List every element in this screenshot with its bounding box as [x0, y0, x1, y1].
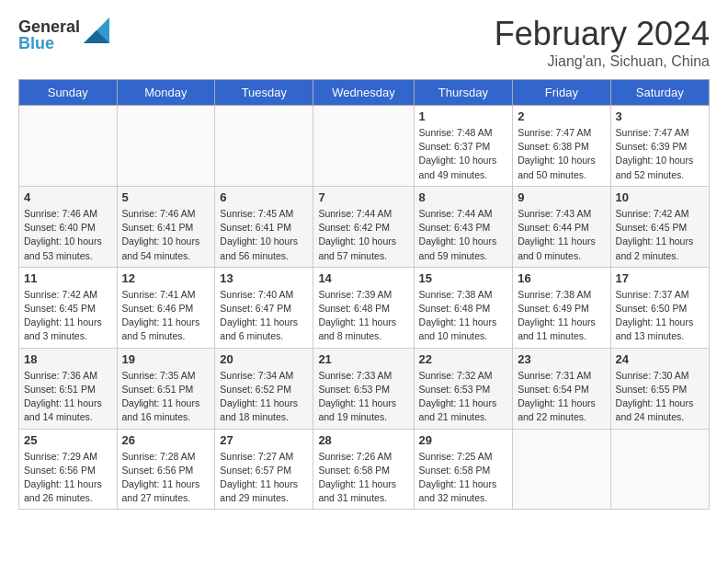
day-info: Sunrise: 7:38 AMSunset: 6:48 PMDaylight:… [419, 288, 508, 344]
day-number: 24 [616, 352, 704, 366]
calendar-cell: 27Sunrise: 7:27 AMSunset: 6:57 PMDayligh… [215, 429, 313, 510]
day-number: 22 [419, 352, 508, 366]
day-info: Sunrise: 7:48 AMSunset: 6:37 PMDaylight:… [419, 126, 508, 182]
day-info: Sunrise: 7:28 AMSunset: 6:56 PMDaylight:… [122, 450, 210, 506]
day-number: 8 [419, 190, 508, 204]
day-info: Sunrise: 7:39 AMSunset: 6:48 PMDaylight:… [318, 288, 408, 344]
day-number: 9 [518, 190, 605, 204]
location: Jiang'an, Sichuan, China [495, 53, 710, 70]
day-number: 12 [122, 271, 210, 285]
day-number: 1 [419, 109, 508, 123]
day-number: 15 [419, 271, 508, 285]
day-info: Sunrise: 7:26 AMSunset: 6:58 PMDaylight:… [318, 450, 408, 506]
calendar-cell: 24Sunrise: 7:30 AMSunset: 6:55 PMDayligh… [610, 348, 709, 429]
calendar-cell: 17Sunrise: 7:37 AMSunset: 6:50 PMDayligh… [610, 267, 709, 348]
week-row-4: 18Sunrise: 7:36 AMSunset: 6:51 PMDayligh… [19, 348, 710, 429]
page: General Blue February 2024 Jiang'an, Sic… [0, 0, 728, 528]
day-number: 4 [24, 190, 112, 204]
calendar-cell: 19Sunrise: 7:35 AMSunset: 6:51 PMDayligh… [117, 348, 215, 429]
weekday-header-friday: Friday [513, 80, 610, 106]
day-info: Sunrise: 7:41 AMSunset: 6:46 PMDaylight:… [122, 288, 210, 344]
day-info: Sunrise: 7:27 AMSunset: 6:57 PMDaylight:… [220, 450, 308, 506]
day-info: Sunrise: 7:25 AMSunset: 6:58 PMDaylight:… [419, 450, 508, 506]
day-number: 11 [24, 271, 112, 285]
logo-text: General Blue [18, 18, 80, 52]
day-number: 5 [122, 190, 210, 204]
day-info: Sunrise: 7:42 AMSunset: 6:45 PMDaylight:… [616, 207, 704, 263]
day-info: Sunrise: 7:38 AMSunset: 6:49 PMDaylight:… [518, 288, 605, 344]
day-number: 16 [518, 271, 605, 285]
calendar-cell: 10Sunrise: 7:42 AMSunset: 6:45 PMDayligh… [610, 186, 709, 267]
calendar-cell: 6Sunrise: 7:45 AMSunset: 6:41 PMDaylight… [215, 186, 313, 267]
day-info: Sunrise: 7:29 AMSunset: 6:56 PMDaylight:… [24, 450, 112, 506]
weekday-header-saturday: Saturday [610, 80, 709, 106]
calendar-cell: 5Sunrise: 7:46 AMSunset: 6:41 PMDaylight… [117, 186, 215, 267]
day-info: Sunrise: 7:34 AMSunset: 6:52 PMDaylight:… [220, 369, 308, 425]
week-row-1: 1Sunrise: 7:48 AMSunset: 6:37 PMDaylight… [19, 106, 710, 187]
calendar-cell [19, 106, 118, 187]
calendar-cell: 28Sunrise: 7:26 AMSunset: 6:58 PMDayligh… [313, 429, 414, 510]
logo-blue: Blue [18, 35, 80, 52]
day-number: 29 [419, 433, 508, 447]
day-number: 6 [220, 190, 308, 204]
calendar-cell [215, 106, 313, 187]
calendar-cell: 8Sunrise: 7:44 AMSunset: 6:43 PMDaylight… [414, 186, 513, 267]
day-info: Sunrise: 7:30 AMSunset: 6:55 PMDaylight:… [616, 369, 704, 425]
calendar-cell: 21Sunrise: 7:33 AMSunset: 6:53 PMDayligh… [313, 348, 414, 429]
calendar-cell: 25Sunrise: 7:29 AMSunset: 6:56 PMDayligh… [19, 429, 118, 510]
header: General Blue February 2024 Jiang'an, Sic… [18, 15, 710, 70]
day-number: 7 [318, 190, 408, 204]
calendar-cell: 20Sunrise: 7:34 AMSunset: 6:52 PMDayligh… [215, 348, 313, 429]
day-number: 27 [220, 433, 308, 447]
weekday-header-thursday: Thursday [414, 80, 513, 106]
day-number: 25 [24, 433, 112, 447]
logo-general: General [18, 18, 80, 35]
logo: General Blue [18, 18, 109, 52]
weekday-header-tuesday: Tuesday [215, 80, 313, 106]
day-number: 26 [122, 433, 210, 447]
calendar-cell: 1Sunrise: 7:48 AMSunset: 6:37 PMDaylight… [414, 106, 513, 187]
calendar-body: 1Sunrise: 7:48 AMSunset: 6:37 PMDaylight… [19, 106, 710, 510]
calendar-cell: 11Sunrise: 7:42 AMSunset: 6:45 PMDayligh… [19, 267, 118, 348]
calendar-cell: 29Sunrise: 7:25 AMSunset: 6:58 PMDayligh… [414, 429, 513, 510]
calendar-cell: 26Sunrise: 7:28 AMSunset: 6:56 PMDayligh… [117, 429, 215, 510]
day-number: 20 [220, 352, 308, 366]
day-info: Sunrise: 7:40 AMSunset: 6:47 PMDaylight:… [220, 288, 308, 344]
day-info: Sunrise: 7:31 AMSunset: 6:54 PMDaylight:… [518, 369, 605, 425]
calendar-cell: 7Sunrise: 7:44 AMSunset: 6:42 PMDaylight… [313, 186, 414, 267]
weekday-header-row: SundayMondayTuesdayWednesdayThursdayFrid… [19, 80, 710, 106]
calendar-cell [313, 106, 414, 187]
day-number: 28 [318, 433, 408, 447]
day-number: 2 [518, 109, 605, 123]
day-info: Sunrise: 7:47 AMSunset: 6:39 PMDaylight:… [616, 126, 704, 182]
calendar-cell: 4Sunrise: 7:46 AMSunset: 6:40 PMDaylight… [19, 186, 118, 267]
day-number: 10 [616, 190, 704, 204]
day-number: 21 [318, 352, 408, 366]
day-number: 13 [220, 271, 308, 285]
calendar-cell [117, 106, 215, 187]
day-number: 23 [518, 352, 605, 366]
calendar-cell: 3Sunrise: 7:47 AMSunset: 6:39 PMDaylight… [610, 106, 709, 187]
day-info: Sunrise: 7:35 AMSunset: 6:51 PMDaylight:… [122, 369, 210, 425]
title-block: February 2024 Jiang'an, Sichuan, China [495, 15, 710, 70]
calendar-cell: 2Sunrise: 7:47 AMSunset: 6:38 PMDaylight… [513, 106, 610, 187]
logo-icon [84, 17, 109, 43]
calendar-cell: 23Sunrise: 7:31 AMSunset: 6:54 PMDayligh… [513, 348, 610, 429]
day-info: Sunrise: 7:33 AMSunset: 6:53 PMDaylight:… [318, 369, 408, 425]
day-number: 18 [24, 352, 112, 366]
day-info: Sunrise: 7:37 AMSunset: 6:50 PMDaylight:… [616, 288, 704, 344]
month-title: February 2024 [495, 15, 710, 53]
day-info: Sunrise: 7:44 AMSunset: 6:42 PMDaylight:… [318, 207, 408, 263]
day-info: Sunrise: 7:46 AMSunset: 6:41 PMDaylight:… [122, 207, 210, 263]
weekday-header-wednesday: Wednesday [313, 80, 414, 106]
week-row-2: 4Sunrise: 7:46 AMSunset: 6:40 PMDaylight… [19, 186, 710, 267]
calendar-cell: 15Sunrise: 7:38 AMSunset: 6:48 PMDayligh… [414, 267, 513, 348]
day-info: Sunrise: 7:46 AMSunset: 6:40 PMDaylight:… [24, 207, 112, 263]
weekday-header-monday: Monday [117, 80, 215, 106]
calendar-cell: 12Sunrise: 7:41 AMSunset: 6:46 PMDayligh… [117, 267, 215, 348]
calendar-cell [513, 429, 610, 510]
day-info: Sunrise: 7:47 AMSunset: 6:38 PMDaylight:… [518, 126, 605, 182]
day-info: Sunrise: 7:32 AMSunset: 6:53 PMDaylight:… [419, 369, 508, 425]
week-row-5: 25Sunrise: 7:29 AMSunset: 6:56 PMDayligh… [19, 429, 710, 510]
calendar-cell: 9Sunrise: 7:43 AMSunset: 6:44 PMDaylight… [513, 186, 610, 267]
